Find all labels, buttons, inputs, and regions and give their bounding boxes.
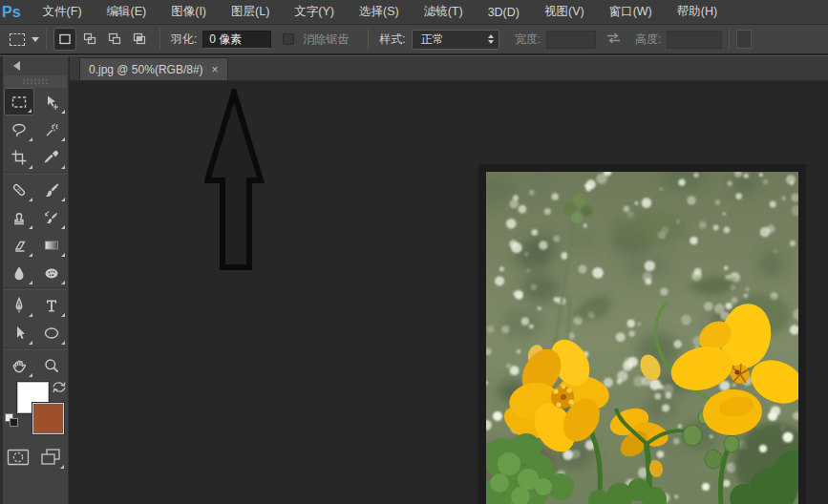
collapse-panel-icon[interactable] <box>13 61 20 71</box>
antialias-checkbox[interactable] <box>283 33 294 45</box>
tool-grid <box>3 88 68 379</box>
add-to-selection-button[interactable] <box>78 28 101 51</box>
panel-grip[interactable] <box>4 75 67 88</box>
quick-mask-button[interactable] <box>3 444 33 470</box>
separator <box>729 29 730 50</box>
screen-mode-button[interactable] <box>35 444 66 470</box>
tools-panel <box>0 56 69 504</box>
close-tab-icon[interactable]: × <box>212 63 219 76</box>
menu-items: 文件(F)编辑(E)图像(I)图层(L)文字(Y)选择(S)滤镜(T)3D(D)… <box>31 0 731 24</box>
up-arrow-drawing <box>204 89 265 276</box>
tool-clone-stamp[interactable] <box>4 203 34 231</box>
tool-ellipse-shape[interactable] <box>36 319 67 346</box>
tool-gradient[interactable] <box>36 231 67 259</box>
style-value: 正常 <box>421 32 488 48</box>
tool-spot-healing-brush[interactable] <box>4 176 34 203</box>
menu-item[interactable]: 选择(S) <box>347 0 412 24</box>
tools-panel-header <box>3 56 68 75</box>
menu-item[interactable]: 图层(L) <box>219 0 282 24</box>
tool-crop[interactable] <box>4 143 34 171</box>
swap-colors-icon[interactable] <box>50 379 69 400</box>
tool-divider <box>5 172 66 175</box>
feather-input[interactable]: 0 像素 <box>202 31 271 49</box>
menu-item[interactable]: 文件(F) <box>31 0 95 24</box>
tool-pen[interactable] <box>4 291 34 319</box>
tool-blur[interactable] <box>4 259 34 286</box>
tab-strip: 0.jpg @ 50%(RGB/8#) × <box>70 56 828 81</box>
marquee-preset-icon <box>10 33 25 46</box>
subtract-from-selection-button[interactable] <box>103 28 126 51</box>
tool-move[interactable] <box>36 88 67 116</box>
menu-item[interactable]: 编辑(E) <box>95 0 159 24</box>
tool-eraser[interactable] <box>4 231 34 259</box>
menu-item[interactable]: 文字(Y) <box>282 0 347 24</box>
tool-zoom[interactable] <box>36 351 67 379</box>
style-label: 样式: <box>379 32 405 48</box>
swap-dimensions-icon[interactable] <box>605 32 622 48</box>
canvas[interactable] <box>70 81 828 504</box>
height-input[interactable] <box>667 31 722 49</box>
menu-item[interactable]: 滤镜(T) <box>412 0 476 24</box>
options-bar: 羽化: 0 像素 消除锯齿 样式: 正常 宽度: 高度: <box>0 25 828 55</box>
tool-history-brush[interactable] <box>36 203 67 231</box>
separator <box>368 29 369 50</box>
tool-type[interactable] <box>36 291 67 319</box>
intersect-selection-button[interactable] <box>128 28 151 51</box>
grip-dots-icon <box>22 78 49 85</box>
height-label: 高度: <box>635 32 661 48</box>
tool-preset-picker[interactable] <box>10 33 39 46</box>
background-color-swatch[interactable] <box>32 403 64 434</box>
photoshop-window: Ps 文件(F)编辑(E)图像(I)图层(L)文字(Y)选择(S)滤镜(T)3D… <box>0 0 828 504</box>
new-selection-button[interactable] <box>53 28 76 51</box>
document-area: 0.jpg @ 50%(RGB/8#) × <box>70 56 828 504</box>
ps-logo: Ps <box>0 4 31 21</box>
tool-hand[interactable] <box>4 351 34 379</box>
separator <box>159 29 160 50</box>
photo-yellow-flowers <box>486 172 798 504</box>
menu-item[interactable]: 帮助(H) <box>665 0 730 24</box>
workspace: 0.jpg @ 50%(RGB/8#) × <box>0 55 828 504</box>
menu-bar: Ps 文件(F)编辑(E)图像(I)图层(L)文字(Y)选择(S)滤镜(T)3D… <box>0 0 828 25</box>
menu-item[interactable]: 视图(V) <box>532 0 597 24</box>
document-tab-title: 0.jpg @ 50%(RGB/8#) <box>89 63 203 76</box>
tool-magic-wand[interactable] <box>36 116 67 143</box>
document-tab[interactable]: 0.jpg @ 50%(RGB/8#) × <box>79 57 228 80</box>
menu-item[interactable]: 图像(I) <box>159 0 219 24</box>
tool-divider <box>5 287 66 290</box>
menu-item[interactable]: 窗口(W) <box>597 0 665 24</box>
width-label: 宽度: <box>515 32 541 48</box>
width-input[interactable] <box>546 31 596 49</box>
tool-divider <box>5 347 66 350</box>
tool-sponge[interactable] <box>36 259 67 286</box>
style-dropdown[interactable]: 正常 <box>412 30 499 50</box>
tool-brush[interactable] <box>36 176 67 203</box>
tool-rectangular-marquee[interactable] <box>4 88 34 116</box>
antialias-label: 消除锯齿 <box>303 32 349 48</box>
menu-item[interactable]: 3D(D) <box>476 0 532 24</box>
separator <box>46 29 47 50</box>
feather-label: 羽化: <box>171 32 197 48</box>
default-colors-icon[interactable] <box>5 413 20 429</box>
tool-eyedropper[interactable] <box>36 143 67 171</box>
clipped-options-control <box>736 30 752 49</box>
toolbar-bottom-buttons <box>3 444 68 470</box>
color-wells <box>3 379 68 440</box>
updown-arrows-icon <box>488 34 494 44</box>
tool-lasso[interactable] <box>4 116 34 143</box>
tool-path-selection[interactable] <box>4 319 34 346</box>
chevron-down-icon <box>32 37 39 42</box>
